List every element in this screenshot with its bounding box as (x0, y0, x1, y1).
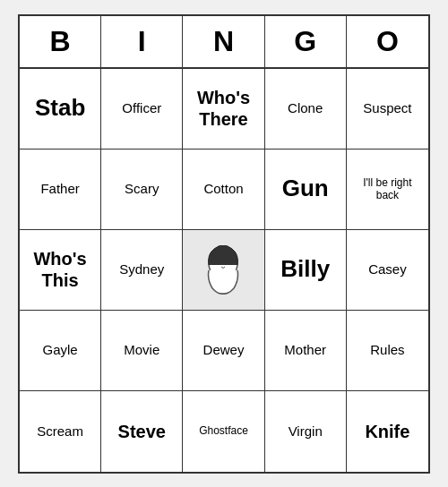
cell-text: Cotton (203, 181, 243, 197)
cell-text: Clone (288, 100, 323, 116)
cell-text: Father (40, 181, 79, 197)
cell-text: Officer (122, 100, 161, 116)
cell-text: Knife (365, 421, 409, 442)
header-letter: B (20, 16, 101, 67)
bingo-cell: Knife (347, 391, 428, 472)
cell-text: Virgin (289, 423, 323, 440)
bingo-cell: Rules (347, 311, 428, 391)
header-letter: G (265, 16, 347, 67)
bingo-cell: Casey (347, 230, 428, 311)
cell-text: Gun (282, 175, 329, 202)
cell-text: Gayle (43, 342, 78, 358)
bingo-cell: Mother (265, 311, 347, 391)
cell-text: Scream (37, 423, 83, 440)
cell-text: Steve (118, 421, 166, 442)
cell-text: Billy (280, 255, 330, 283)
cell-text: Who's There (187, 87, 259, 130)
cell-text: Movie (124, 342, 159, 358)
bingo-cell: Clone (265, 69, 347, 150)
bingo-cell: Scary (101, 150, 183, 230)
bingo-cell: Officer (101, 69, 183, 150)
header-letter: N (183, 16, 264, 67)
cell-text: Who's This (24, 248, 96, 291)
bingo-cell: I'll be right back (347, 150, 428, 230)
bingo-cell: Suspect (347, 69, 428, 150)
bingo-cell: Movie (101, 311, 183, 391)
cell-text: Suspect (363, 100, 411, 116)
bingo-card: BINGO StabOfficerWho's ThereCloneSuspect… (18, 14, 430, 474)
cell-text: Ghostface (199, 424, 248, 437)
header-letter: O (347, 16, 428, 67)
cell-text: Sydney (119, 261, 164, 278)
cell-text: Stab (35, 94, 85, 122)
bingo-cell: Father (20, 150, 101, 230)
bingo-cell: Billy (265, 230, 347, 311)
bingo-cell: Sydney (101, 230, 183, 311)
cell-text: Rules (370, 342, 404, 358)
bingo-grid: StabOfficerWho's ThereCloneSuspectFather… (20, 69, 428, 472)
bingo-cell: Ghostface (183, 391, 264, 472)
cell-text: Dewey (203, 342, 245, 358)
bingo-cell: Steve (101, 391, 183, 472)
bingo-cell: Cotton (183, 150, 264, 230)
cell-text: Scary (125, 181, 159, 197)
header-letter: I (101, 16, 183, 67)
cell-text: Casey (368, 261, 407, 278)
bingo-cell: Gayle (20, 311, 101, 391)
bingo-cell: Gun (265, 150, 347, 230)
bingo-cell: Scream (20, 391, 101, 472)
ghostface-icon (205, 245, 241, 295)
bingo-cell: Who's There (183, 69, 264, 150)
bingo-cell: Stab (20, 69, 101, 150)
bingo-cell (183, 230, 264, 311)
bingo-cell: Who's This (20, 230, 101, 311)
bingo-cell: Dewey (183, 311, 264, 391)
bingo-cell: Virgin (265, 391, 347, 472)
cell-text: I'll be right back (351, 176, 424, 202)
bingo-header: BINGO (20, 16, 428, 69)
cell-text: Mother (284, 342, 326, 358)
